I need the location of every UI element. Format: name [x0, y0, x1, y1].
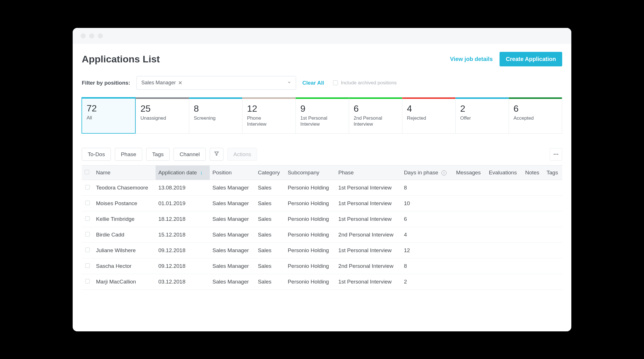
cell-evaluations — [486, 243, 522, 258]
window-close-icon[interactable] — [81, 33, 86, 38]
window-maximize-icon[interactable] — [98, 33, 103, 38]
cell-subcompany: Personio Holding — [285, 274, 336, 290]
chevron-down-icon — [287, 80, 291, 85]
row-checkbox[interactable] — [85, 216, 90, 221]
stage-tab[interactable]: 72All — [81, 97, 136, 134]
cell-notes — [522, 227, 544, 243]
row-checkbox[interactable] — [85, 201, 90, 205]
applications-table: Name Application date ↓ Position Categor… — [82, 165, 562, 290]
filter-icon — [214, 151, 219, 157]
cell-tags — [544, 180, 562, 196]
table-row[interactable]: Marji MacCallion03.12.2018Sales ManagerS… — [82, 274, 562, 290]
stage-count: 25 — [140, 103, 184, 114]
window-minimize-icon[interactable] — [89, 33, 94, 38]
col-messages[interactable]: Messages — [453, 166, 486, 180]
stage-tab[interactable]: 12PhoneInterview — [242, 97, 295, 134]
clear-all-button[interactable]: Clear All — [302, 80, 324, 86]
row-checkbox[interactable] — [85, 232, 90, 236]
cell-notes — [522, 180, 544, 196]
cell-evaluations — [486, 227, 522, 243]
stage-tab[interactable]: 6Accepted — [509, 97, 562, 134]
actions-button: Actions — [227, 148, 257, 161]
table-row[interactable]: Teodora Chasemoore13.08.2019Sales Manage… — [82, 180, 562, 196]
cell-messages — [453, 258, 486, 274]
table-row[interactable]: Sascha Hector09.12.2018Sales ManagerSale… — [82, 258, 562, 274]
archived-filter[interactable]: Include archived positions — [333, 80, 397, 86]
cell-name: Moises Postance — [93, 196, 156, 211]
stage-tab[interactable]: 62nd PersonalInterview — [349, 97, 402, 134]
row-select[interactable] — [82, 274, 93, 290]
cell-phase: 1st Personal Interview — [335, 274, 401, 290]
stage-label: Accepted — [513, 115, 557, 121]
col-days-in-phase-label: Days in phase — [404, 170, 438, 176]
col-category[interactable]: Category — [255, 166, 285, 180]
row-checkbox[interactable] — [85, 263, 90, 268]
info-icon[interactable]: i — [441, 170, 447, 176]
cell-application-date: 01.01.2019 — [156, 196, 210, 211]
header-select-all[interactable] — [82, 166, 93, 180]
stage-tab[interactable]: 2Offer — [455, 97, 509, 134]
create-application-button[interactable]: Create Application — [500, 52, 562, 66]
stage-tab[interactable]: 8Screening — [189, 97, 242, 134]
col-phase[interactable]: Phase — [335, 166, 401, 180]
cell-name: Kellie Timbridge — [93, 211, 156, 227]
cell-application-date: 09.12.2018 — [156, 258, 210, 274]
row-select[interactable] — [82, 196, 93, 211]
stage-tab[interactable]: 4Rejected — [402, 97, 455, 134]
stage-label: Rejected — [407, 115, 451, 121]
row-checkbox[interactable] — [85, 185, 90, 189]
position-chip-remove-icon[interactable]: ✕ — [178, 80, 182, 86]
position-filter-select[interactable]: Sales Manager ✕ — [136, 76, 296, 90]
row-checkbox[interactable] — [85, 248, 90, 252]
position-filter-chip-label: Sales Manager — [141, 80, 176, 86]
stage-count: 8 — [194, 103, 238, 114]
cell-tags — [544, 227, 562, 243]
stage-tab[interactable]: 91st PersonalInterview — [295, 97, 349, 134]
cell-phase: 1st Personal Interview — [335, 180, 401, 196]
channel-filter-button[interactable]: Channel — [174, 148, 206, 161]
row-select[interactable] — [82, 211, 93, 227]
table-header-row: Name Application date ↓ Position Categor… — [82, 166, 562, 180]
col-subcompany[interactable]: Subcompany — [285, 166, 336, 180]
col-evaluations[interactable]: Evaluations — [486, 166, 522, 180]
table-row[interactable]: Moises Postance01.01.2019Sales ManagerSa… — [82, 196, 562, 211]
cell-subcompany: Personio Holding — [285, 180, 336, 196]
cell-evaluations — [486, 211, 522, 227]
cell-notes — [522, 196, 544, 211]
row-select[interactable] — [82, 258, 93, 274]
more-button[interactable]: ··· — [550, 148, 562, 161]
cell-subcompany: Personio Holding — [285, 227, 336, 243]
col-name[interactable]: Name — [93, 166, 156, 180]
table-row[interactable]: Kellie Timbridge18.12.2018Sales ManagerS… — [82, 211, 562, 227]
cell-evaluations — [486, 258, 522, 274]
cell-phase: 1st Personal Interview — [335, 211, 401, 227]
table-row[interactable]: Birdie Cadd15.12.2018Sales ManagerSalesP… — [82, 227, 562, 243]
col-application-date[interactable]: Application date ↓ — [156, 166, 210, 180]
col-days-in-phase[interactable]: Days in phase i — [401, 166, 453, 180]
col-tags[interactable]: Tags — [544, 166, 562, 180]
col-position[interactable]: Position — [210, 166, 255, 180]
row-select[interactable] — [82, 227, 93, 243]
tags-filter-button[interactable]: Tags — [146, 148, 170, 161]
cell-category: Sales — [255, 258, 285, 274]
cell-category: Sales — [255, 227, 285, 243]
cell-notes — [522, 211, 544, 227]
select-all-checkbox[interactable] — [85, 170, 89, 174]
stage-tab[interactable]: 25Unassigned — [136, 97, 189, 134]
row-checkbox[interactable] — [85, 279, 90, 283]
table-row[interactable]: Juliane Wilshere09.12.2018Sales ManagerS… — [82, 243, 562, 258]
phase-filter-button[interactable]: Phase — [115, 148, 142, 161]
todos-filter-button[interactable]: To-Dos — [82, 148, 111, 161]
cell-notes — [522, 258, 544, 274]
col-notes[interactable]: Notes — [522, 166, 544, 180]
row-select[interactable] — [82, 180, 93, 196]
archived-label: Include archived positions — [341, 80, 397, 86]
cell-position: Sales Manager — [210, 243, 255, 258]
row-select[interactable] — [82, 243, 93, 258]
view-job-details-link[interactable]: View job details — [450, 56, 493, 62]
cell-position: Sales Manager — [210, 196, 255, 211]
archived-checkbox[interactable] — [333, 80, 338, 85]
filters-button[interactable] — [210, 148, 223, 161]
cell-tags — [544, 211, 562, 227]
cell-days-in-phase: 12 — [401, 243, 453, 258]
